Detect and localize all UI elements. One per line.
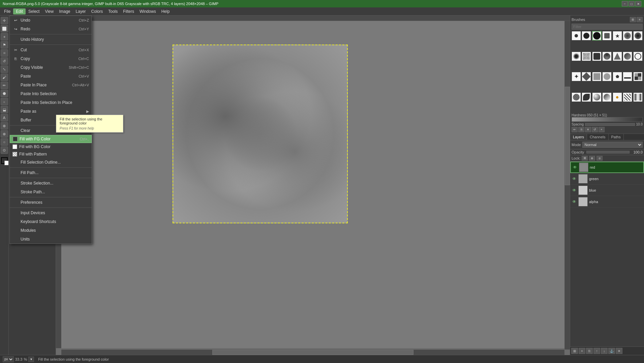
menu-item-fill-bg[interactable]: Fill with BG Color (10, 143, 92, 150)
brush-cell[interactable] (602, 31, 612, 40)
brush-cell[interactable] (623, 52, 632, 61)
menu-item-undo-history[interactable]: Undo History (10, 35, 92, 44)
lock-pixels-btn[interactable]: ⌘ (582, 156, 588, 161)
layer-row-green[interactable]: 👁 green (570, 173, 644, 185)
fg-color-swatch[interactable] (1, 157, 8, 164)
brush-cell[interactable] (602, 52, 612, 61)
brush-cell[interactable] (602, 92, 612, 102)
tool-pencil[interactable]: ✏ (1, 82, 8, 89)
tab-channels[interactable]: Channels (587, 134, 608, 140)
menu-item-stroke-selection[interactable]: Stroke Selection... (10, 179, 92, 188)
new-layer-group-btn[interactable]: ⊞ (571, 348, 578, 354)
tool-eraser[interactable]: ⬣ (1, 90, 8, 97)
brush-cell[interactable] (592, 92, 602, 102)
menu-item-copy[interactable]: ⎘ Copy Ctrl+C (10, 54, 92, 63)
new-layer-btn[interactable]: + (579, 348, 585, 354)
tool-rect-select[interactable]: ⬜ (1, 25, 8, 32)
menu-select[interactable]: Select (26, 8, 42, 15)
brush-search-input[interactable] (572, 24, 643, 30)
menu-windows[interactable]: Windows (137, 8, 159, 15)
menu-item-modules[interactable]: Modules (10, 226, 92, 235)
brush-duplicate-btn[interactable]: ⎘ (578, 127, 584, 132)
brush-cell[interactable] (582, 31, 591, 40)
tool-bucket-fill[interactable]: ⬦ (1, 98, 8, 105)
menu-item-paste[interactable]: Paste Ctrl+V (10, 72, 92, 81)
brush-cell[interactable] (572, 52, 581, 61)
brush-cell[interactable] (623, 72, 632, 81)
brush-cell[interactable] (602, 72, 612, 81)
anchor-layer-btn[interactable]: ⚓ (608, 348, 615, 354)
tab-paths[interactable]: Paths (609, 134, 624, 140)
menu-item-preferences[interactable]: Preferences (10, 198, 92, 207)
tool-clone[interactable]: ⊕ (1, 122, 8, 130)
scrollbar-thumb-v[interactable] (565, 87, 570, 185)
layer-eye-alpha[interactable]: 👁 (572, 199, 577, 204)
brush-refresh-btn[interactable]: ↺ (592, 127, 598, 132)
menu-tools[interactable]: Tools (105, 8, 120, 15)
menu-file[interactable]: File (1, 8, 13, 15)
brush-cell[interactable] (623, 31, 632, 40)
unit-select[interactable]: px (3, 356, 14, 362)
menu-item-redo[interactable]: ↪ Redo Ctrl+Y (10, 25, 92, 33)
menu-view[interactable]: View (42, 8, 56, 15)
layer-eye-red[interactable]: 👁 (572, 165, 578, 170)
lock-pos-btn[interactable]: ⊕ (589, 156, 595, 161)
layer-row-alpha[interactable]: 👁 alpha (570, 196, 644, 207)
brushes-grid-view-btn[interactable]: ⊞ (630, 17, 636, 22)
menu-filters[interactable]: Filters (120, 8, 137, 15)
tool-heal[interactable]: ⊗ (1, 130, 8, 138)
brush-cell[interactable]: ★ (613, 31, 622, 40)
brush-cell[interactable] (572, 31, 581, 40)
layer-row-blue[interactable]: 👁 blue (570, 185, 644, 196)
spacing-slider[interactable] (585, 123, 635, 126)
menu-item-undo[interactable]: ↩ Undo Ctrl+Z (10, 16, 92, 25)
menu-edit[interactable]: Edit (13, 8, 26, 15)
menu-image[interactable]: Image (56, 8, 73, 15)
tool-fuzzy-select[interactable]: ⚑ (1, 41, 8, 49)
tool-dodge[interactable]: ○ (1, 138, 8, 146)
tool-rotate[interactable]: ↺ (1, 57, 8, 65)
menu-item-paste-in-place[interactable]: Paste In Place Ctrl+Alt+V (10, 81, 92, 89)
brush-cell[interactable]: ✦ (572, 72, 581, 81)
canvas-area[interactable] (56, 16, 570, 355)
menu-item-stroke-path[interactable]: Stroke Path... (10, 188, 92, 196)
layer-down-btn[interactable]: ↓ (601, 348, 608, 354)
brush-cell[interactable]: ● (613, 92, 622, 102)
scrollbar-vertical[interactable] (564, 21, 570, 350)
scrollbar-thumb-h[interactable] (212, 350, 413, 355)
lock-alpha-btn[interactable]: α (596, 156, 603, 161)
brush-cell[interactable]: ⬟ (613, 72, 622, 81)
menu-item-fill-selection-outline[interactable]: Fill Selection Outline... (10, 158, 92, 167)
brush-cell[interactable] (592, 52, 602, 61)
brush-cell[interactable] (572, 92, 581, 102)
brush-cell[interactable] (633, 72, 643, 81)
brush-delete-btn[interactable]: ✕ (585, 127, 591, 132)
brush-add-btn[interactable]: + (599, 127, 605, 132)
bg-color-swatch[interactable] (4, 161, 9, 165)
menu-help[interactable]: Help (159, 8, 173, 15)
tool-move[interactable]: ✛ (1, 17, 8, 24)
tab-layers[interactable]: Layers (570, 134, 587, 140)
menu-item-copy-visible[interactable]: Copy Visible Shift+Ctrl+C (10, 63, 92, 72)
delete-layer-btn[interactable]: ✕ (616, 348, 622, 354)
brush-cell[interactable] (623, 92, 632, 102)
layer-eye-blue[interactable]: 👁 (572, 188, 577, 193)
brush-cell[interactable] (582, 52, 591, 61)
menu-item-keyboard-shortcuts[interactable]: Keyboard Shortcuts (10, 217, 92, 226)
canvas-content[interactable] (61, 21, 570, 348)
brush-cell[interactable] (582, 92, 591, 102)
menu-item-units[interactable]: Units (10, 235, 92, 244)
menu-colors[interactable]: Colors (89, 8, 106, 15)
menu-item-paste-into-selection-in-place[interactable]: Paste Into Selection In Place (10, 98, 92, 107)
close-button[interactable]: ✕ (635, 1, 641, 6)
brush-cell[interactable] (633, 31, 643, 40)
brush-edit-btn[interactable]: ✏ (572, 127, 578, 132)
opacity-slider[interactable] (586, 151, 630, 153)
brush-cell[interactable] (633, 52, 643, 61)
duplicate-layer-btn[interactable]: ⎘ (586, 348, 593, 354)
brush-cell[interactable] (592, 72, 602, 81)
brush-cell[interactable] (633, 92, 643, 102)
minimize-button[interactable]: − (622, 1, 628, 6)
menu-item-fill-path[interactable]: Fill Path... (10, 168, 92, 177)
tool-gradient[interactable]: ⬓ (1, 106, 8, 113)
